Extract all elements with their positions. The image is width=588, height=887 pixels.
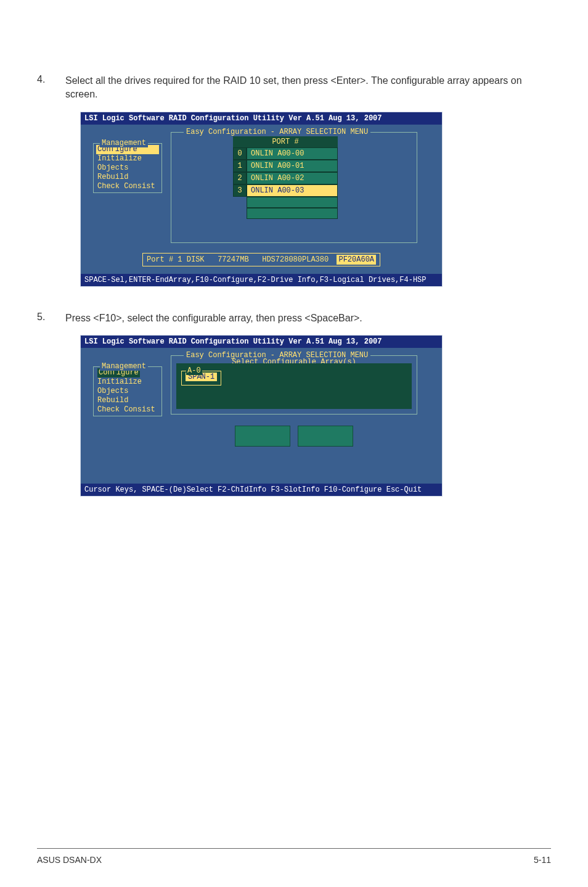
bios1-status-model: HDS728080PLA380 [262,255,329,264]
bios2-menu-check-consist[interactable]: Check Consist [96,405,159,415]
bios1-status-size: 77247MB [218,255,248,264]
bios1-port-row-empty2 [233,208,338,219]
bios2-menu-legend: Management [100,362,148,371]
bios2-management-menu: Management Configure Initialize Objects … [93,366,162,416]
bios1-body: Management Configure Initialize Objects … [81,125,442,274]
bios2-titlebar: LSI Logic Software RAID Configuration Ut… [81,336,442,348]
bios1-port-cell-3: ONLIN A00-03 [247,184,338,197]
bios1-port-row-empty1 [233,197,338,208]
bios1-port-cell-0: ONLIN A00-00 [247,147,338,160]
bios2-select-area: A-0 SPAN-1 [176,363,412,409]
bios1-array-selection-panel: Easy Configuration - ARRAY SELECTION MEN… [171,132,417,243]
bios1-port-row-3[interactable]: 3 ONLIN A00-03 [233,184,338,197]
bios1-port-idx-1: 1 [233,160,247,172]
bios2-a0-legend: A-0 [186,366,202,375]
bios1-menu-objects[interactable]: Objects [96,163,159,173]
bios2-menu-rebuild[interactable]: Rebuild [96,396,159,405]
bios1-empty-cell-2 [247,208,338,219]
step-5: 5. Press <F10>, select the configurable … [37,311,551,325]
bios2-footer-hints: Cursor Keys, SPACE-(De)Select F2-ChIdInf… [81,484,442,496]
step-5-text: Press <F10>, select the configurable arr… [65,311,362,325]
step-4: 4. Select all the drives required for th… [37,74,551,102]
bios1-port-row-2[interactable]: 2 ONLIN A00-02 [233,172,338,184]
bios1-port-idx-3: 3 [233,184,247,197]
bios1-menu-initialize[interactable]: Initialize [96,154,159,163]
bios1-port-idx-0: 0 [233,147,247,160]
bios1-port-idx-2: 2 [233,172,247,184]
bios1-drive-status: Port # 1 DISK 77247MB HDS728080PLA380 PF… [138,253,385,266]
bios1-port-cell-1: ONLIN A00-01 [247,160,338,172]
bios2-body: Management Configure Initialize Objects … [81,348,442,484]
bios1-status-inner: Port # 1 DISK 77247MB HDS728080PLA380 PF… [142,253,380,266]
bios1-port-row-0[interactable]: 0 ONLIN A00-00 [233,147,338,160]
bios1-menu-legend: Management [100,139,148,147]
bios1-port-header: PORT # [233,136,338,147]
bios2-array-selection-panel: Easy Configuration - ARRAY SELECTION MEN… [171,355,417,415]
bios2-empty-1 [235,426,290,447]
step-5-number: 5. [37,311,65,325]
bios2-menu-initialize[interactable]: Initialize [96,377,159,387]
bios1-mid-legend: Easy Configuration - ARRAY SELECTION MEN… [184,128,370,136]
bios1-management-menu: Management Configure Initialize Objects … [93,143,162,193]
bios-screenshot-1: LSI Logic Software RAID Configuration Ut… [80,112,443,287]
bios2-menu-objects[interactable]: Objects [96,387,159,396]
bios1-status-id: PF20A60A [337,255,376,265]
bios1-menu-rebuild[interactable]: Rebuild [96,173,159,182]
footer-right: 5-11 [534,855,551,865]
bios1-port-table: PORT # 0 ONLIN A00-00 1 ONLIN A00-01 2 O… [233,136,338,219]
bios2-empty-2 [298,426,353,447]
bios1-footer-hints: SPACE-Sel,ENTER-EndArray,F10-Configure,F… [81,274,442,286]
bios2-empty-slots [235,426,353,447]
footer-left: ASUS DSAN-DX [37,855,102,865]
bios1-port-row-1[interactable]: 1 ONLIN A00-01 [233,160,338,172]
bios2-array-a0[interactable]: A-0 SPAN-1 [181,371,221,386]
bios-screenshot-2: LSI Logic Software RAID Configuration Ut… [80,335,443,497]
page-footer: ASUS DSAN-DX 5-11 [37,848,551,865]
step-4-number: 4. [37,74,65,102]
bios1-menu-check-consist[interactable]: Check Consist [96,182,159,191]
bios1-empty-cell-1 [247,197,338,208]
bios1-port-cell-2: ONLIN A00-02 [247,172,338,184]
bios1-status-port: Port # 1 DISK [147,255,205,264]
bios1-titlebar: LSI Logic Software RAID Configuration Ut… [81,112,442,125]
step-4-text: Select all the drives required for the R… [65,74,551,102]
